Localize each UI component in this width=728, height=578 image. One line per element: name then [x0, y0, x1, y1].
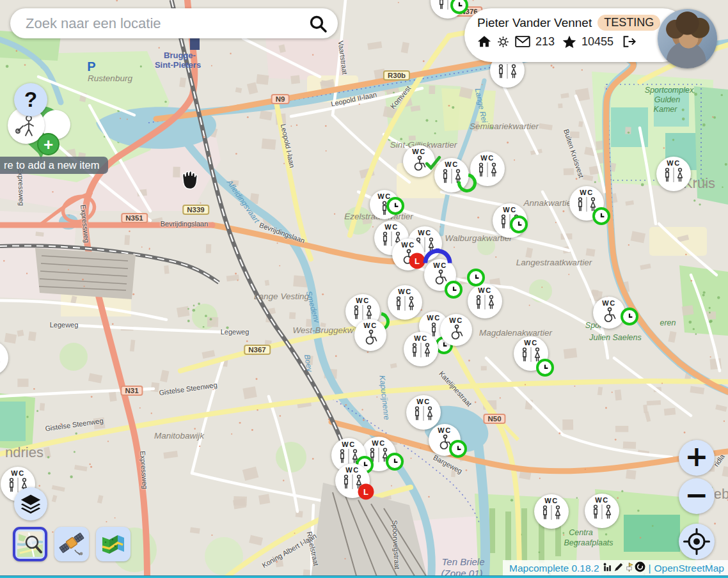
messages-envelope-icon[interactable] [515, 36, 530, 47]
toilet-marker[interactable]: WC [429, 424, 461, 456]
toilet-figures-icon [539, 504, 564, 523]
help-button[interactable]: ? [14, 83, 47, 116]
toilet-figures-icon [0, 351, 3, 370]
zoom-in-button[interactable]: + [679, 440, 715, 476]
toilet-figures-icon [409, 342, 433, 361]
star-icon[interactable] [562, 35, 576, 49]
osm-attribution-link[interactable]: OpenStreetMap [654, 563, 724, 574]
toilet-marker[interactable]: WC [403, 145, 435, 177]
toilet-marker[interactable]: WC [388, 285, 422, 320]
marker-wc-label: WC [11, 470, 24, 477]
attribution-icons [603, 561, 645, 575]
toilet-figures-icon [473, 294, 497, 313]
background-osm-button[interactable] [13, 527, 47, 561]
toilet-figures-icon [661, 167, 686, 185]
wheelchair-icon [361, 329, 380, 348]
search-bar[interactable] [10, 8, 338, 38]
testing-badge: TESTING [597, 15, 660, 31]
toilet-marker[interactable]: WC [354, 319, 386, 351]
bottom-edge-strip [0, 575, 728, 578]
wheelchair-icon [599, 307, 619, 326]
layers-button[interactable] [14, 487, 47, 520]
edit-pencil-icon[interactable] [613, 562, 624, 575]
open-clock-badge [467, 269, 485, 286]
wheelchair-icon [447, 324, 466, 343]
toilet-marker[interactable]: WC [404, 332, 438, 366]
toilet-marker[interactable]: WC [585, 494, 619, 528]
marker-wc-label: WC [363, 322, 377, 329]
open-clock-badge [386, 453, 404, 471]
toilet-marker[interactable]: WC [440, 314, 472, 346]
selected-arc-badge [423, 248, 452, 265]
marker-wc-label: WC [414, 335, 427, 342]
background-satellite-button[interactable] [54, 527, 89, 561]
satellite-icon [58, 531, 85, 558]
marker-wc-label: WC [478, 287, 491, 294]
marker-wc-label: WC [356, 297, 369, 304]
crosshair-icon [683, 527, 711, 556]
marker-wc-label: WC [342, 441, 355, 448]
toilet-marker[interactable]: WC [493, 203, 527, 238]
open-clock-badge [450, 0, 468, 14]
toilet-marker[interactable]: WC [534, 494, 569, 529]
home-icon[interactable] [477, 35, 491, 49]
marker-wc-label: WC [580, 189, 593, 196]
marker-wc-label: WC [449, 317, 463, 324]
toilet-marker[interactable]: WC [370, 190, 399, 219]
marker-wc-label: WC [416, 398, 430, 405]
toilet-marker[interactable]: WC [514, 336, 548, 371]
mini-marker-icon[interactable] [624, 562, 634, 575]
toilet-marker[interactable]: WC [593, 297, 625, 329]
add-item-tooltip: re to add a new item [0, 157, 108, 174]
toilet-figures-icon [393, 295, 417, 314]
toilet-marker[interactable]: WC [431, 0, 465, 19]
search-input[interactable] [24, 15, 308, 33]
layers-icon [19, 492, 43, 516]
open-clock-badge [445, 281, 463, 299]
marker-wc-label: WC [372, 440, 385, 447]
toilet-figures-icon [495, 63, 519, 82]
zoom-out-button[interactable]: − [679, 478, 715, 514]
marker-wc-label: WC [412, 148, 425, 155]
marker-wc-label: WC [418, 230, 431, 237]
toilet-marker[interactable]: WC [434, 158, 469, 192]
toilet-marker[interactable]: WC L [335, 464, 370, 498]
avatar[interactable] [658, 9, 717, 68]
changeset-count: 10455 [582, 35, 613, 49]
open-clock-badge [592, 207, 610, 225]
user-panel[interactable]: Pieter Vander Vennet TESTING 213 [464, 8, 690, 62]
toilet-marker[interactable]: WC [656, 157, 691, 191]
marker-wc-label: WC [503, 207, 516, 214]
toilet-marker[interactable]: WC [0, 341, 8, 375]
settings-gear-icon[interactable] [496, 35, 510, 49]
user-name: Pieter Vander Vennet [477, 16, 592, 30]
attribution-app-version[interactable]: Mapcomplete 0.18.2 [509, 563, 599, 574]
license-icon[interactable] [635, 561, 645, 575]
marker-wc-label: WC [427, 315, 440, 322]
geolocate-button[interactable] [679, 524, 715, 559]
open-clock-badge [449, 440, 467, 458]
attribution-divider: | [649, 563, 651, 574]
statistics-icon[interactable] [603, 562, 613, 575]
open-clock-badge [510, 215, 528, 233]
open-clock-badge [386, 197, 404, 215]
message-count: 213 [535, 35, 555, 49]
toilet-marker[interactable]: WC [569, 186, 604, 221]
marker-wc-label: WC [345, 467, 359, 474]
add-new-item-button[interactable]: + [37, 133, 59, 155]
map-view[interactable]: Brugge-Sint-PietersPRustenburgVaartstraa… [0, 0, 728, 578]
toilet-figures-icon [590, 504, 614, 522]
marker-wc-label: WC [445, 161, 458, 168]
marker-wc-label: WC [384, 224, 398, 231]
toilet-marker[interactable]: WC [468, 284, 502, 318]
toilet-marker[interactable]: WC [406, 395, 441, 430]
attribution-bar: Mapcomplete 0.18.2 | OpenStreetMap [503, 560, 728, 576]
marker-wc-label: WC [544, 497, 558, 504]
logout-icon[interactable] [621, 35, 636, 49]
marker-wc-label: WC [401, 242, 415, 249]
closed-clock-badge: L [358, 484, 374, 500]
search-icon[interactable] [308, 14, 328, 33]
background-style-bar [13, 527, 131, 561]
background-map-button[interactable] [96, 527, 131, 561]
osm-carto-icon [17, 531, 43, 557]
